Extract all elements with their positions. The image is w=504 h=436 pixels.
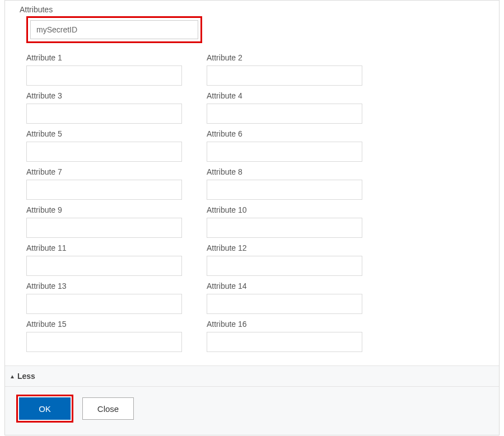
attribute-cell: Attribute 9 [26, 205, 182, 238]
attribute-label: Attribute 9 [26, 205, 182, 214]
attribute-input[interactable] [26, 142, 182, 162]
attributes-panel: Attributes mySecretID Attribute 1Attribu… [4, 0, 500, 435]
attribute-input[interactable] [26, 218, 182, 238]
attribute-label: Attribute 3 [26, 91, 182, 100]
ok-button-highlight: OK [16, 395, 73, 423]
ok-button[interactable]: OK [19, 397, 71, 420]
attribute-label: Attribute 4 [207, 91, 362, 100]
attribute-input[interactable] [207, 142, 362, 162]
attribute-cell: Attribute 16 [207, 320, 362, 352]
masked-value-highlight: mySecretID [26, 16, 202, 43]
attribute-cell: Attribute 1 [26, 53, 182, 86]
attribute-label: Attribute 2 [207, 53, 362, 62]
attribute-label: Attribute 15 [26, 320, 182, 329]
attribute-label: Attribute 7 [26, 167, 182, 176]
attribute-input[interactable] [26, 332, 182, 352]
attribute-input[interactable] [207, 218, 362, 238]
attribute-label: Attribute 16 [207, 320, 362, 329]
attribute-cell: Attribute 4 [207, 91, 362, 124]
masked-value: mySecretID [30, 20, 198, 39]
attribute-input[interactable] [26, 104, 182, 124]
attribute-label: Attribute 5 [26, 129, 182, 138]
triangle-up-icon: ▲ [10, 373, 15, 379]
attribute-cell: Attribute 14 [207, 282, 362, 314]
attribute-cell: Attribute 12 [207, 243, 362, 276]
attribute-cell: Attribute 6 [207, 129, 362, 162]
attribute-label: Attribute 1 [26, 53, 182, 62]
attributes-grid: Attribute 1Attribute 2Attribute 3Attribu… [5, 49, 499, 365]
toggle-less-bar[interactable]: ▲ Less [5, 365, 499, 387]
attribute-cell: Attribute 11 [26, 243, 182, 276]
attribute-input[interactable] [207, 65, 362, 86]
attribute-cell: Attribute 3 [26, 91, 182, 124]
attribute-input[interactable] [207, 294, 362, 314]
attribute-input[interactable] [26, 180, 182, 200]
attribute-label: Attribute 13 [26, 282, 182, 290]
attribute-input[interactable] [26, 294, 182, 314]
attribute-cell: Attribute 5 [26, 129, 182, 162]
attribute-label: Attribute 10 [207, 205, 362, 214]
attribute-input[interactable] [207, 104, 362, 124]
attribute-input[interactable] [207, 256, 362, 276]
attribute-input[interactable] [207, 180, 362, 200]
attribute-cell: Attribute 2 [207, 53, 362, 86]
attribute-cell: Attribute 10 [207, 205, 362, 238]
attribute-input[interactable] [26, 256, 182, 276]
close-button[interactable]: Close [82, 397, 134, 420]
attribute-label: Attribute 8 [207, 167, 362, 176]
attribute-input[interactable] [26, 65, 182, 86]
attribute-input[interactable] [207, 332, 362, 352]
attribute-label: Attribute 11 [26, 243, 182, 252]
attribute-cell: Attribute 13 [26, 282, 182, 314]
attribute-cell: Attribute 15 [26, 320, 182, 352]
attribute-label: Attribute 14 [207, 282, 362, 290]
attribute-cell: Attribute 8 [207, 167, 362, 200]
attribute-label: Attribute 12 [207, 243, 362, 252]
attribute-cell: Attribute 7 [26, 167, 182, 200]
toggle-label: Less [17, 372, 35, 381]
attribute-label: Attribute 6 [207, 129, 362, 138]
section-title: Attributes [5, 1, 499, 16]
dialog-footer: OK Close [5, 387, 499, 435]
